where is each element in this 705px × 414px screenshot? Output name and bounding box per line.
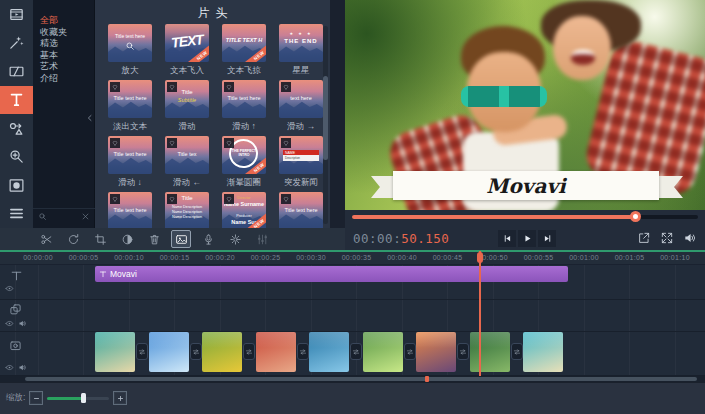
- category-item[interactable]: 收藏夹: [33, 27, 94, 39]
- tool-media[interactable]: [0, 0, 33, 29]
- seek-bar[interactable]: [352, 215, 698, 219]
- favorite-badge[interactable]: [167, 82, 177, 92]
- left-toolbar: [0, 0, 33, 228]
- tool-callouts[interactable]: [0, 114, 33, 143]
- title-item[interactable]: DirectorName SurnameProducerName SurNEW: [222, 192, 266, 228]
- fullscreen-button[interactable]: [660, 231, 674, 245]
- transition-indicator[interactable]: [190, 343, 202, 360]
- category-item[interactable]: 艺术: [33, 61, 94, 73]
- favorite-badge[interactable]: [281, 82, 291, 92]
- title-item[interactable]: TitleName DescriptionName DescriptionNam…: [165, 192, 209, 228]
- video-track-visibility-icon[interactable]: [5, 363, 14, 372]
- wand-icon: [8, 34, 25, 51]
- title-item[interactable]: NAMEDescription突发新闻: [279, 136, 323, 192]
- collapse-panel-button[interactable]: [86, 108, 95, 128]
- playhead[interactable]: [479, 251, 481, 376]
- seek-bar-handle[interactable]: [630, 211, 641, 222]
- video-clip[interactable]: [256, 332, 296, 372]
- tool-filters[interactable]: [0, 29, 33, 58]
- tool-vignette[interactable]: [0, 171, 33, 200]
- title-track-visibility-icon[interactable]: [5, 284, 14, 293]
- video-clip[interactable]: [470, 332, 510, 372]
- title-item[interactable]: THE PERFECT INTRONEW渐晕圆圈: [222, 136, 266, 192]
- transition-indicator[interactable]: [136, 343, 148, 360]
- title-item[interactable]: Title text here淡出文本: [108, 80, 152, 136]
- title-item[interactable]: Title text here滑动 ↓: [108, 136, 152, 192]
- favorite-badge[interactable]: [110, 82, 120, 92]
- favorite-badge[interactable]: [224, 194, 234, 204]
- favorite-badge[interactable]: [281, 138, 291, 148]
- video-clip[interactable]: [309, 332, 349, 372]
- zoom-out-button[interactable]: [30, 392, 42, 404]
- title-item[interactable]: Title text here: [108, 192, 152, 228]
- video-clip[interactable]: [95, 332, 135, 372]
- mic-icon: [202, 233, 215, 246]
- color-adjustments-button[interactable]: [117, 230, 137, 248]
- tool-more-tools[interactable]: [0, 200, 33, 229]
- video-clip[interactable]: [363, 332, 403, 372]
- volume-button[interactable]: [683, 231, 697, 245]
- transition-indicator[interactable]: [297, 343, 309, 360]
- title-item[interactable]: Title text here: [279, 192, 323, 228]
- film-icon: [8, 6, 25, 23]
- transition-indicator[interactable]: [350, 343, 362, 360]
- record-voice-button[interactable]: [198, 230, 218, 248]
- favorite-badge[interactable]: [110, 194, 120, 204]
- category-search-box[interactable]: [33, 208, 95, 224]
- timeline-ruler[interactable]: 00:00:0000:00:0500:00:1000:00:1500:00:20…: [0, 251, 705, 265]
- settings-button[interactable]: [225, 230, 245, 248]
- zoom-slider-handle[interactable]: [81, 393, 86, 403]
- rotate-button[interactable]: [63, 230, 83, 248]
- category-item[interactable]: 基本: [33, 50, 94, 62]
- favorite-badge[interactable]: [110, 138, 120, 148]
- category-item[interactable]: 介绍: [33, 73, 94, 85]
- video-track-mute-icon[interactable]: [18, 363, 27, 372]
- unpin-player-button[interactable]: [637, 231, 651, 245]
- transition-indicator[interactable]: [511, 343, 523, 360]
- transition-indicator[interactable]: [243, 343, 255, 360]
- overlay-track-visibility-icon[interactable]: [5, 319, 14, 328]
- title-item[interactable]: text here滑动 →: [279, 80, 323, 136]
- next-frame-button[interactable]: [538, 230, 556, 247]
- title-item[interactable]: TEXTNEW文本飞入: [165, 24, 209, 80]
- title-item[interactable]: Title text here放大: [108, 24, 152, 80]
- delete-button[interactable]: [144, 230, 164, 248]
- split-button[interactable]: [36, 230, 56, 248]
- tool-transitions[interactable]: [0, 57, 33, 86]
- grid-scrollbar[interactable]: [323, 26, 328, 224]
- overlay-track-mute-icon[interactable]: [18, 319, 27, 328]
- title-item[interactable]: TITLE TEXT HNEW文本飞掠: [222, 24, 266, 80]
- zoom-slider[interactable]: [47, 397, 109, 400]
- title-item[interactable]: Title tex滑动 ←: [165, 136, 209, 192]
- timeline-scrollbar-thumb[interactable]: [25, 377, 697, 381]
- zoom-in-button[interactable]: [114, 392, 126, 404]
- title-clip[interactable]: Movavi: [95, 266, 568, 282]
- previous-frame-button[interactable]: [498, 230, 516, 247]
- title-item[interactable]: Title text here滑动 ↑: [222, 80, 266, 136]
- title-thumb: TitleName DescriptionName DescriptionNam…: [165, 192, 209, 228]
- category-item[interactable]: 精选: [33, 38, 94, 50]
- favorite-badge[interactable]: [281, 194, 291, 204]
- favorite-badge[interactable]: [224, 138, 234, 148]
- favorite-badge[interactable]: [167, 138, 177, 148]
- transition-indicator[interactable]: [404, 343, 416, 360]
- title-item[interactable]: TitleSubtitle滑动: [165, 80, 209, 136]
- favorite-badge[interactable]: [224, 82, 234, 92]
- clip-properties-button[interactable]: [171, 230, 191, 248]
- clear-search-icon[interactable]: [81, 212, 90, 221]
- video-clip[interactable]: [202, 332, 242, 372]
- tool-titles[interactable]: [0, 86, 33, 115]
- play-button[interactable]: [518, 230, 536, 247]
- video-clip[interactable]: [149, 332, 189, 372]
- grid-scrollbar-thumb[interactable]: [323, 76, 328, 160]
- transition-indicator[interactable]: [457, 343, 469, 360]
- title-item[interactable]: ★ ★ ★THE END星星: [279, 24, 323, 80]
- trans-icon: [459, 348, 467, 356]
- favorite-badge[interactable]: [167, 194, 177, 204]
- ruler-label: 00:00:35: [342, 254, 372, 261]
- category-item[interactable]: 全部: [33, 15, 94, 27]
- video-clip[interactable]: [523, 332, 563, 372]
- tool-pan-zoom[interactable]: [0, 143, 33, 172]
- video-clip[interactable]: [416, 332, 456, 372]
- crop-button[interactable]: [90, 230, 110, 248]
